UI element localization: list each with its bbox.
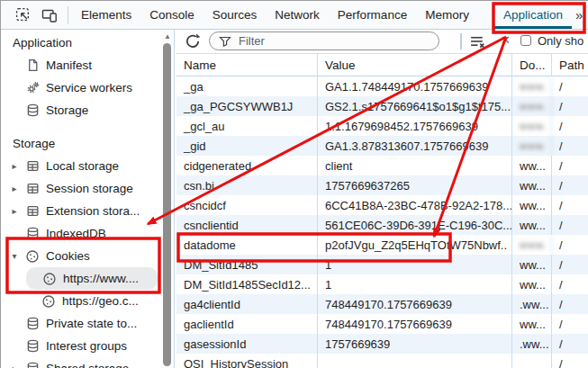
- cookie-domain[interactable]: .ww...: [512, 294, 552, 314]
- only-show-issue-checkbox[interactable]: [520, 35, 531, 46]
- cookie-value[interactable]: client: [318, 156, 512, 175]
- cookie-value[interactable]: 1.1.1679698452.1757669639: [318, 116, 512, 136]
- cookie-domain[interactable]: ww...: [512, 215, 552, 235]
- device-toolbar-icon[interactable]: [41, 6, 59, 24]
- cookie-value[interactable]: 1: [318, 255, 512, 274]
- table-row[interactable]: gaclientId 748449170.1757669639 ww... /: [176, 314, 588, 334]
- chevron-right-icon[interactable]: ▸: [8, 161, 21, 171]
- table-row[interactable]: _ga GA1.1.748449170.1757669639 www. /: [176, 76, 588, 96]
- sidebar-item-session-storage[interactable]: ▸ Session storage: [1, 177, 174, 200]
- cookie-value[interactable]: 1757669639: [318, 334, 512, 354]
- cookie-domain[interactable]: ww...: [512, 175, 552, 195]
- sidebar-item-local-storage[interactable]: ▸ Local storage: [1, 155, 174, 177]
- sidebar-item-indexeddb[interactable]: IndexedDB: [1, 222, 174, 245]
- cookie-domain[interactable]: www.: [512, 116, 552, 136]
- table-row[interactable]: csncidcf 6CC41B8A-23BC-478B-92A2-178... …: [176, 195, 588, 215]
- cookie-name[interactable]: csnclientid: [176, 215, 318, 235]
- sidebar-item-shared-storage[interactable]: ▸ Shared storage: [1, 357, 174, 368]
- cookie-name[interactable]: DM_SitId1485SecId12...: [176, 274, 318, 294]
- column-header-value[interactable]: Value: [318, 54, 512, 76]
- sidebar-item-storage[interactable]: Storage: [1, 99, 174, 121]
- cookie-path[interactable]: /: [552, 96, 588, 116]
- cookie-path[interactable]: /: [552, 215, 588, 235]
- cookie-value[interactable]: 1757669637265: [318, 175, 512, 195]
- sidebar-item-private-state-tokens[interactable]: Private state to...: [1, 312, 174, 335]
- column-header-name[interactable]: Name: [176, 54, 318, 76]
- cookie-name[interactable]: cidgenerated: [176, 156, 318, 175]
- sidebar-item-cookies-www-origin[interactable]: https://www....: [26, 267, 158, 290]
- cookie-path[interactable]: /: [552, 255, 588, 274]
- cookie-name[interactable]: csn.bi: [176, 175, 318, 195]
- tab-console[interactable]: Console: [140, 1, 204, 29]
- tab-performance[interactable]: Performance: [329, 1, 416, 29]
- cookie-path[interactable]: /: [552, 136, 588, 156]
- table-row[interactable]: DM_SitId1485SecId12... 1 ww... /: [176, 274, 588, 294]
- cookie-value[interactable]: p2ofJVgu_Z2q5EHqTOtW75Nbwf..: [318, 235, 512, 255]
- cookie-name[interactable]: _ga_PGCSYWWB1J: [176, 96, 318, 116]
- sidebar-item-manifest[interactable]: Manifest: [1, 54, 174, 76]
- table-row[interactable]: cidgenerated client ww... /: [176, 156, 588, 175]
- chevron-right-icon[interactable]: ▸: [8, 364, 21, 368]
- cookie-name[interactable]: DM_SitId1485: [176, 255, 318, 274]
- cookie-name[interactable]: datadome: [176, 235, 318, 255]
- cookie-path[interactable]: /: [552, 235, 588, 255]
- chevron-right-icon[interactable]: ▸: [8, 206, 21, 216]
- cookie-value[interactable]: [318, 354, 512, 368]
- chevron-down-icon[interactable]: ▾: [8, 251, 21, 261]
- table-row[interactable]: csnclientid 561CE06C-39D6-391E-C196-30C.…: [176, 215, 588, 235]
- cookie-path[interactable]: /: [552, 116, 588, 136]
- cookie-path[interactable]: /: [552, 175, 588, 195]
- sidebar-item-cookies[interactable]: ▾ Cookies: [1, 245, 174, 267]
- sidebar-item-service-workers[interactable]: Service workers: [1, 76, 174, 99]
- cookie-value[interactable]: GA1.1.748449170.1757669639: [318, 76, 512, 96]
- cookie-name[interactable]: _gid: [176, 136, 318, 156]
- cookie-domain[interactable]: ww...: [512, 156, 552, 175]
- table-row[interactable]: gasessionId 1757669639 .ww... /: [176, 334, 588, 354]
- cookie-path[interactable]: /: [552, 156, 588, 175]
- sidebar-item-extension-storage[interactable]: ▸ Extension stora...: [1, 200, 174, 222]
- sidebar-item-interest-groups[interactable]: Interest groups: [1, 335, 174, 357]
- cookie-domain[interactable]: www.: [512, 136, 552, 156]
- refresh-icon[interactable]: [184, 32, 202, 50]
- table-row[interactable]: _gid GA1.3.878313607.1757669639 www. /: [176, 136, 588, 156]
- cookie-domain[interactable]: ww...: [512, 314, 552, 334]
- cookie-domain[interactable]: ww...: [512, 274, 552, 294]
- tab-sources[interactable]: Sources: [204, 1, 267, 29]
- sidebar-scrollbar[interactable]: ▲: [161, 31, 174, 368]
- cookie-value[interactable]: GS2.1.s1757669641$o1$g1$t175...: [318, 96, 512, 116]
- table-row[interactable]: _ga_PGCSYWWB1J GS2.1.s1757669641$o1$g1$t…: [176, 96, 588, 116]
- clear-filter-icon[interactable]: [469, 33, 486, 50]
- cookie-path[interactable]: /: [552, 76, 588, 96]
- tab-application[interactable]: Application: [494, 1, 572, 29]
- sidebar-item-cookies-geo-origin[interactable]: https://geo.c...: [1, 290, 174, 312]
- table-row[interactable]: csn.bi 1757669637265 ww... /: [176, 175, 588, 195]
- table-row[interactable]: QSI_HistorySession /: [176, 354, 588, 368]
- cookie-path[interactable]: /: [552, 195, 588, 215]
- table-row[interactable]: ga4clientId 748449170.1757669639 .ww... …: [176, 294, 588, 314]
- cookie-domain[interactable]: www.: [512, 235, 552, 255]
- cookie-path[interactable]: /: [552, 314, 588, 334]
- cookie-domain[interactable]: www.: [512, 76, 552, 96]
- tab-elements[interactable]: Elements: [72, 1, 140, 29]
- chevron-right-icon[interactable]: ▸: [8, 184, 21, 193]
- tab-memory[interactable]: Memory: [416, 1, 478, 29]
- cookie-domain[interactable]: ww...: [512, 255, 552, 274]
- cookie-domain[interactable]: www.: [512, 96, 552, 116]
- only-show-issue-label[interactable]: Only sho: [538, 34, 583, 48]
- close-icon[interactable]: ✕: [501, 33, 511, 47]
- cookie-domain[interactable]: [512, 354, 552, 368]
- table-row[interactable]: _gcl_au 1.1.1679698452.1757669639 www. /: [176, 116, 588, 136]
- cookie-value[interactable]: 6CC41B8A-23BC-478B-92A2-178...: [318, 195, 512, 215]
- cookie-path[interactable]: /: [552, 354, 588, 368]
- cookie-domain[interactable]: ww...: [512, 195, 552, 215]
- cookie-value[interactable]: 748449170.1757669639: [318, 314, 512, 334]
- cookie-name[interactable]: ga4clientId: [176, 294, 318, 314]
- cookie-path[interactable]: /: [552, 274, 588, 294]
- cookie-path[interactable]: /: [552, 334, 588, 354]
- tab-network[interactable]: Network: [266, 1, 329, 29]
- cookie-value[interactable]: 1: [318, 274, 512, 294]
- table-row[interactable]: DM_SitId1485 1 ww... /: [176, 255, 588, 274]
- cookie-value[interactable]: 748449170.1757669639: [318, 294, 512, 314]
- column-header-domain[interactable]: Do...: [512, 54, 552, 76]
- cookie-domain[interactable]: .ww...: [512, 334, 552, 354]
